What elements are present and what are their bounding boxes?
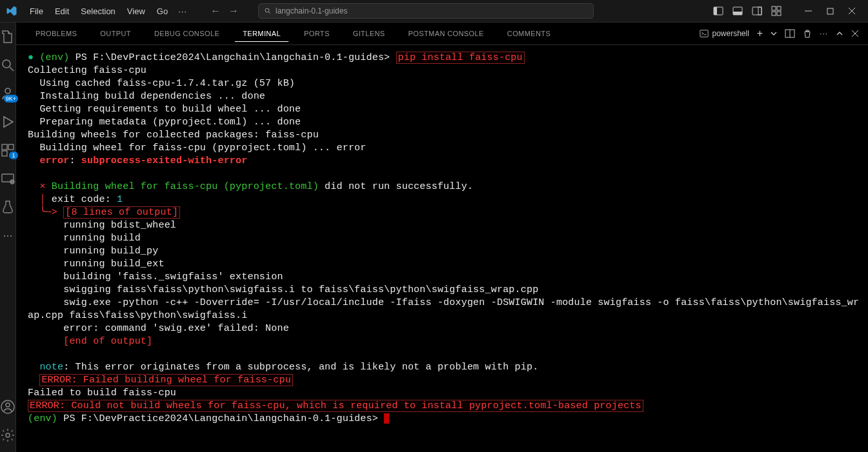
out-error-label: error bbox=[39, 155, 69, 166]
out-end-output: [end of output] bbox=[63, 336, 152, 347]
panel-more-icon[interactable]: ··· bbox=[820, 29, 828, 38]
menu-go[interactable]: Go bbox=[152, 4, 173, 19]
svg-rect-9 bbox=[777, 6, 781, 10]
menu-more[interactable]: ··· bbox=[174, 4, 191, 19]
panel-close-icon[interactable] bbox=[851, 30, 859, 37]
prompt2-env: (env) bbox=[28, 413, 57, 424]
testing-icon[interactable] bbox=[0, 199, 15, 215]
svg-rect-30 bbox=[700, 30, 708, 37]
vscode-logo bbox=[5, 5, 18, 17]
customize-layout-icon[interactable] bbox=[771, 6, 782, 16]
remote-icon[interactable] bbox=[0, 171, 15, 186]
menu-edit[interactable]: Edit bbox=[50, 4, 74, 19]
window-close[interactable] bbox=[847, 6, 856, 15]
tab-debug-console[interactable]: DEBUG CONSOLE bbox=[146, 26, 227, 41]
explorer-icon[interactable] bbox=[0, 29, 15, 44]
out-exit-code: 1 bbox=[117, 194, 123, 205]
svg-rect-10 bbox=[772, 12, 776, 15]
out-arrow: ╰─> bbox=[39, 207, 57, 218]
out-build-fail-post: did not run successfully. bbox=[319, 181, 473, 192]
svg-point-0 bbox=[265, 8, 269, 12]
tab-gitlens[interactable]: GITLENS bbox=[345, 26, 393, 41]
out-note-label: note bbox=[39, 362, 63, 373]
extensions-icon[interactable]: 1 bbox=[0, 142, 15, 158]
tab-output[interactable]: OUTPUT bbox=[92, 26, 139, 41]
out-get-req: Getting requirements to build wheel ... … bbox=[39, 104, 301, 115]
out-run4: running build_ext bbox=[63, 259, 164, 270]
out-install-deps: Installing build dependencies ... done bbox=[39, 91, 265, 102]
out-run2: running build bbox=[63, 233, 141, 244]
out-error-msg: subprocess-exited-with-error bbox=[81, 155, 248, 166]
command-center[interactable]: langchain-0.1-guides bbox=[258, 3, 594, 19]
titlebar-right bbox=[713, 6, 863, 16]
new-terminal-icon[interactable]: + bbox=[757, 28, 763, 39]
shell-name-text: powershell bbox=[712, 29, 749, 38]
nav-forward-icon[interactable]: → bbox=[228, 5, 239, 17]
prompt-cwd: F:\DevPractice2024\Langchain\langchain-0… bbox=[93, 52, 390, 63]
run-debug-icon[interactable] bbox=[0, 114, 15, 130]
tab-problems[interactable]: PROBLEMS bbox=[28, 26, 85, 41]
out-run3: running build_py bbox=[63, 246, 158, 257]
svg-rect-8 bbox=[772, 6, 776, 10]
tab-ports[interactable]: PORTS bbox=[296, 26, 338, 41]
split-terminal-icon[interactable] bbox=[785, 29, 795, 38]
out-x: × bbox=[39, 181, 45, 192]
accounts-icon[interactable] bbox=[0, 399, 15, 415]
terminal-cursor bbox=[384, 413, 389, 424]
svg-rect-7 bbox=[758, 7, 762, 15]
prompt-env: (env) bbox=[39, 52, 69, 63]
svg-rect-11 bbox=[777, 12, 781, 15]
out-prep-meta: Preparing metadata (pyproject.toml) ... … bbox=[39, 117, 301, 128]
out-building-wheel: Building wheel for faiss-cpu (pyproject.… bbox=[39, 142, 366, 153]
panel-maximize-icon[interactable] bbox=[836, 30, 843, 37]
activity-bar: 9K+ 1 ··· bbox=[0, 23, 16, 452]
terminal-status-dot: ● bbox=[28, 52, 34, 63]
layout-sidebar-left-icon[interactable] bbox=[713, 6, 723, 16]
layout-panel-icon[interactable] bbox=[732, 6, 743, 16]
out-building-wheels: Building wheels for collected packages: … bbox=[28, 130, 319, 141]
out-run1: running bdist_wheel bbox=[63, 220, 176, 231]
panel-area: PROBLEMS OUTPUT DEBUG CONSOLE TERMINAL P… bbox=[16, 23, 868, 452]
menu-file[interactable]: File bbox=[25, 4, 48, 19]
menu-selection[interactable]: Selection bbox=[76, 4, 120, 19]
svg-rect-20 bbox=[2, 144, 7, 150]
out-note-msg: : This error originates from a subproces… bbox=[63, 362, 538, 373]
out-build-fail-pre: Building wheel for faiss-cpu (pyproject.… bbox=[52, 181, 319, 192]
more-activity-icon[interactable]: ··· bbox=[0, 228, 15, 243]
svg-rect-23 bbox=[2, 174, 14, 182]
terminal-output[interactable]: ● (env) PS F:\DevPractice2024\Langchain\… bbox=[16, 45, 868, 452]
profile-badge: 9K+ bbox=[4, 95, 18, 103]
svg-rect-6 bbox=[752, 7, 762, 15]
tab-comments[interactable]: COMMENTS bbox=[500, 26, 558, 41]
svg-point-18 bbox=[5, 88, 10, 93]
svg-rect-3 bbox=[714, 7, 717, 15]
out-exit-code-label: exit code: bbox=[52, 194, 117, 205]
window-maximize[interactable] bbox=[825, 6, 834, 15]
menu-view[interactable]: View bbox=[122, 4, 150, 19]
kill-terminal-icon[interactable] bbox=[803, 29, 812, 38]
menu-bar: File Edit Selection View Go ··· bbox=[25, 4, 191, 19]
nav-arrows: ← → bbox=[210, 5, 239, 17]
tab-postman-console[interactable]: POSTMAN CONSOLE bbox=[401, 26, 492, 41]
tab-terminal[interactable]: TERMINAL bbox=[235, 26, 288, 42]
layout-sidebar-right-icon[interactable] bbox=[752, 6, 762, 16]
window-minimize[interactable] bbox=[803, 6, 812, 15]
terminal-dropdown-icon[interactable] bbox=[771, 30, 777, 37]
panel-right-controls: powershell + ··· bbox=[700, 28, 868, 39]
terminal-shell-label[interactable]: powershell bbox=[700, 29, 749, 38]
search-activity-icon[interactable] bbox=[0, 57, 15, 73]
nav-back-icon[interactable]: ← bbox=[210, 5, 221, 17]
extensions-badge: 1 bbox=[9, 152, 18, 159]
prompt2-ps: PS bbox=[63, 413, 75, 424]
settings-gear-icon[interactable] bbox=[0, 427, 15, 443]
svg-rect-21 bbox=[8, 144, 14, 150]
svg-marker-19 bbox=[4, 117, 13, 127]
out-run6: swigging faiss\faiss\python\swigfaiss.i … bbox=[63, 284, 538, 295]
typed-command: pip install faiss-cpu bbox=[396, 52, 525, 64]
out-run7b: ap.cpp faiss\faiss\python\swigfaiss.i bbox=[28, 310, 247, 321]
main-area: 9K+ 1 ··· PROBLEMS OUTPUT DEBUG bbox=[0, 23, 868, 452]
profile-activity-icon[interactable]: 9K+ bbox=[0, 86, 15, 101]
out-collecting: Collecting faiss-cpu bbox=[28, 65, 146, 76]
out-run8: error: command 'swig.exe' failed: None bbox=[63, 323, 289, 334]
title-bar: File Edit Selection View Go ··· ← → lang… bbox=[0, 0, 868, 23]
